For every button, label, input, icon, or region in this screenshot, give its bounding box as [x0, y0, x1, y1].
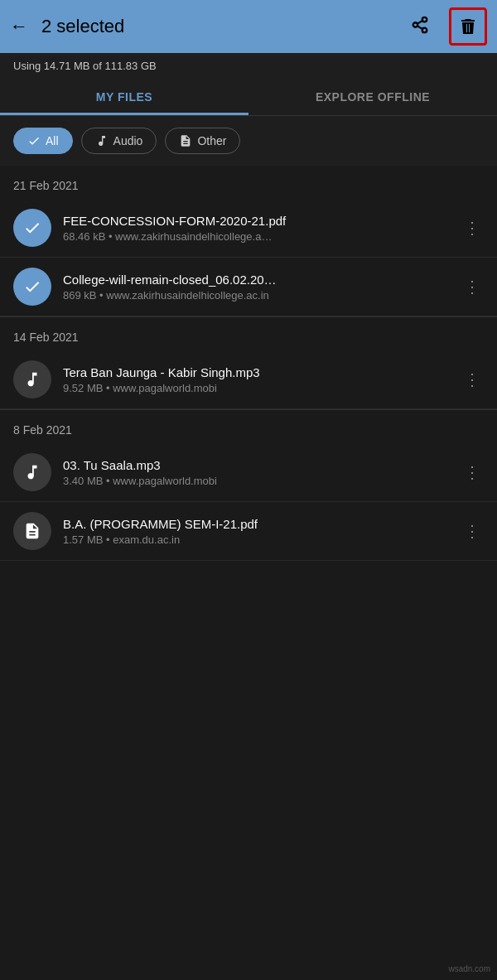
- filter-other[interactable]: Other: [165, 128, 240, 154]
- file-more-button[interactable]: ⋮: [461, 215, 484, 241]
- file-more-button[interactable]: ⋮: [461, 518, 484, 544]
- file-meta: 68.46 kB • www.zakirhusaindelhicollege.a…: [63, 230, 449, 243]
- file-info: 03. Tu Saala.mp3 3.40 MB • www.pagalworl…: [63, 458, 449, 487]
- file-item: Tera Ban Jaunga - Kabir Singh.mp3 9.52 M…: [0, 350, 497, 409]
- svg-line-3: [417, 26, 422, 29]
- section-header-2: 14 Feb 2021: [0, 317, 497, 350]
- file-info: FEE-CONCESSION-FORM-2020-21.pdf 68.46 kB…: [63, 214, 449, 243]
- file-info: College-will-remain-closed_06.02.20… 869…: [63, 273, 449, 302]
- file-item: College-will-remain-closed_06.02.20… 869…: [0, 258, 497, 316]
- file-item: 03. Tu Saala.mp3 3.40 MB • www.pagalworl…: [0, 443, 497, 502]
- tab-bar: MY FILES EXPLORE OFFLINE: [0, 79, 497, 116]
- file-more-button[interactable]: ⋮: [461, 366, 484, 393]
- filter-bar: All Audio Other: [0, 116, 497, 166]
- header-title: 2 selected: [41, 16, 398, 37]
- tab-explore-offline[interactable]: EXPLORE OFFLINE: [248, 79, 497, 115]
- section-header-3: 8 Feb 2021: [0, 410, 497, 443]
- file-icon-audio: [13, 453, 51, 491]
- file-more-button[interactable]: ⋮: [461, 273, 484, 300]
- file-name: Tera Ban Jaunga - Kabir Singh.mp3: [63, 365, 449, 379]
- file-name: FEE-CONCESSION-FORM-2020-21.pdf: [63, 214, 449, 228]
- filter-audio[interactable]: Audio: [81, 128, 157, 154]
- file-icon-audio: [13, 360, 51, 398]
- share-button[interactable]: [411, 16, 429, 38]
- file-item: B.A. (PROGRAMME) SEM-I-21.pdf 1.57 MB • …: [0, 502, 497, 561]
- file-name: B.A. (PROGRAMME) SEM-I-21.pdf: [63, 517, 449, 531]
- file-meta: 1.57 MB • exam.du.ac.in: [63, 533, 449, 546]
- file-meta: 869 kB • www.zakirhusaindelhicollege.ac.…: [63, 289, 449, 302]
- file-meta: 9.52 MB • www.pagalworld.mobi: [63, 382, 449, 394]
- storage-info: Using 14.71 MB of 111.83 GB: [0, 53, 497, 79]
- filter-all[interactable]: All: [13, 128, 73, 154]
- file-meta: 3.40 MB • www.pagalworld.mobi: [63, 475, 449, 487]
- file-icon-selected[interactable]: [13, 268, 51, 306]
- file-icon-doc: [13, 512, 51, 550]
- back-button[interactable]: ←: [10, 16, 28, 37]
- app-header: ← 2 selected: [0, 0, 497, 53]
- file-info: Tera Ban Jaunga - Kabir Singh.mp3 9.52 M…: [63, 365, 449, 394]
- delete-button[interactable]: [449, 7, 487, 46]
- svg-line-4: [417, 20, 422, 23]
- section-header-1: 21 Feb 2021: [0, 166, 497, 199]
- file-name: 03. Tu Saala.mp3: [63, 458, 449, 472]
- file-more-button[interactable]: ⋮: [461, 459, 484, 485]
- file-item: FEE-CONCESSION-FORM-2020-21.pdf 68.46 kB…: [0, 199, 497, 258]
- file-name: College-will-remain-closed_06.02.20…: [63, 273, 449, 287]
- watermark: wsadn.com: [448, 964, 490, 973]
- file-icon-selected[interactable]: [13, 209, 51, 247]
- tab-my-files[interactable]: MY FILES: [0, 79, 248, 115]
- file-info: B.A. (PROGRAMME) SEM-I-21.pdf 1.57 MB • …: [63, 517, 449, 546]
